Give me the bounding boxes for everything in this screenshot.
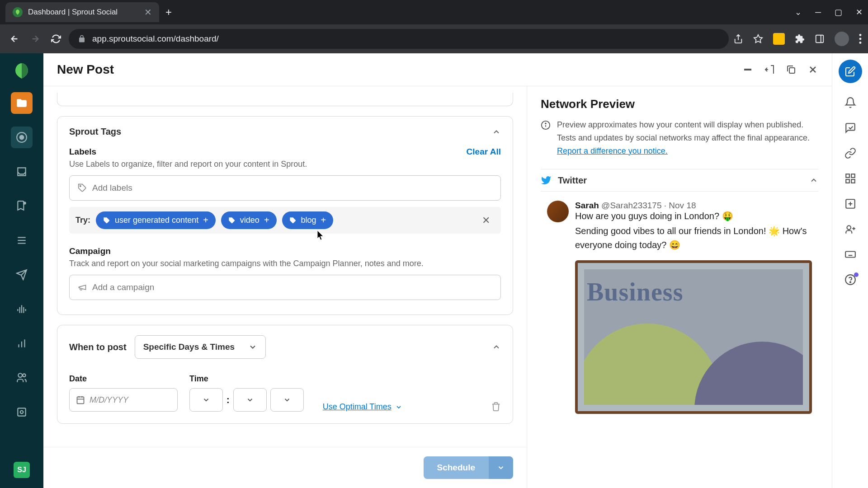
report-difference-link[interactable]: Report a difference you notice. [557, 146, 668, 155]
sprout-tags-card: Sprout Tags Labels Clear All Use Labels … [57, 116, 513, 315]
campaign-field-group: Campaign Track and report on your social… [69, 246, 501, 300]
link-icon[interactable] [844, 147, 856, 159]
nav-item-publishing[interactable] [11, 230, 33, 251]
tab-title: Dashboard | Sprout Social [28, 8, 118, 17]
left-nav-rail: SJ [0, 53, 43, 488]
suggestion-pill[interactable]: blog + [282, 211, 334, 229]
chevron-up-icon [492, 127, 501, 136]
nav-item-reports[interactable] [11, 333, 33, 354]
svg-point-27 [80, 186, 81, 187]
bookmark-icon[interactable] [753, 34, 763, 44]
minute-select[interactable] [233, 388, 267, 412]
network-header[interactable]: Twitter [541, 169, 818, 192]
extensions-menu-icon[interactable] [795, 34, 805, 44]
labels-text-input[interactable] [92, 183, 492, 193]
minimize-panel-icon[interactable] [742, 64, 753, 75]
ampm-select[interactable] [270, 388, 304, 412]
close-icon[interactable] [807, 64, 818, 75]
labels-field-group: Labels Clear All Use Labels to organize,… [69, 147, 501, 234]
preview-column: Network Preview Preview approximates how… [527, 86, 832, 488]
preview-title: Network Preview [541, 97, 818, 111]
tab-bar: Dashboard | Sprout Social ✕ + ⌄ ─ ▢ ✕ [0, 0, 868, 24]
campaign-text-input[interactable] [92, 282, 492, 292]
nav-item-listening[interactable] [11, 298, 33, 320]
delete-schedule-icon[interactable] [491, 402, 501, 412]
tag-icon [289, 217, 297, 224]
clear-all-link[interactable]: Clear All [467, 147, 501, 157]
extension-icon[interactable] [773, 33, 785, 45]
optimal-times-link[interactable]: Use Optimal Times [323, 402, 402, 412]
schedule-header[interactable]: When to post Specific Days & Times [57, 325, 513, 364]
content-split: Sprout Tags Labels Clear All Use Labels … [43, 86, 832, 488]
tab-close-icon[interactable]: ✕ [144, 7, 152, 18]
hour-select[interactable] [189, 388, 223, 412]
maximize-icon[interactable]: ▢ [835, 7, 842, 17]
nav-item-library[interactable] [11, 401, 33, 423]
schedule-type-select[interactable]: Specific Days & Times [135, 335, 266, 359]
campaign-input[interactable] [69, 275, 501, 300]
new-tab-button[interactable]: + [165, 6, 172, 19]
time-group: : [189, 388, 304, 412]
window-controls: ⌄ ─ ▢ ✕ [795, 7, 863, 17]
close-window-icon[interactable]: ✕ [856, 7, 863, 17]
nav-item-dashboard[interactable] [11, 92, 33, 114]
nav-item-send[interactable] [11, 264, 33, 286]
keyboard-icon[interactable] [844, 249, 856, 260]
dismiss-suggestions-icon[interactable]: ✕ [477, 213, 495, 228]
tabs-dropdown-icon[interactable]: ⌄ [795, 7, 802, 17]
info-icon [541, 120, 551, 130]
nav-item-feeds[interactable] [11, 195, 33, 217]
sprout-logo[interactable] [13, 61, 31, 80]
profile-avatar[interactable] [835, 32, 849, 46]
preview-info: Preview approximates how your content wi… [541, 118, 818, 157]
suggestions-row: Try: user generated content + video [69, 207, 501, 234]
reload-button[interactable] [48, 31, 64, 47]
help-icon[interactable] [844, 274, 856, 286]
kebab-menu-icon[interactable] [859, 34, 862, 44]
replies-icon[interactable] [844, 122, 856, 134]
plus-icon: + [203, 215, 208, 225]
expand-panel-icon[interactable] [764, 64, 775, 75]
labels-input[interactable] [69, 175, 501, 201]
favicon-icon [13, 7, 23, 17]
side-panel-icon[interactable] [815, 34, 825, 44]
try-label: Try: [75, 216, 90, 225]
form-scroll[interactable]: Sprout Tags Labels Clear All Use Labels … [43, 86, 527, 447]
notifications-icon[interactable] [844, 97, 856, 108]
url-field[interactable]: app.sproutsocial.com/dashboard/ [69, 29, 729, 49]
minimize-icon[interactable]: ─ [815, 8, 821, 17]
add-people-icon[interactable] [844, 223, 856, 235]
forward-button[interactable] [27, 31, 43, 47]
form-column: Sprout Tags Labels Clear All Use Labels … [43, 86, 527, 488]
svg-point-52 [849, 282, 850, 282]
chevron-up-icon [809, 176, 818, 185]
sprout-tags-header[interactable]: Sprout Tags [57, 117, 513, 147]
user-badge[interactable]: SJ [14, 462, 30, 478]
nav-item-inbox[interactable] [11, 161, 33, 183]
browser-tab[interactable]: Dashboard | Sprout Social ✕ [5, 2, 159, 22]
grid-icon[interactable] [844, 173, 856, 184]
tag-icon [78, 183, 87, 192]
svg-point-3 [859, 38, 862, 40]
footer-bar: Schedule [43, 447, 527, 488]
tweet-preview: Sarah @Sarah233175 · Nov 18 How are you … [541, 192, 818, 423]
twitter-icon [541, 175, 552, 186]
svg-rect-23 [745, 69, 751, 70]
compose-fab[interactable] [839, 60, 862, 83]
back-button[interactable] [6, 31, 23, 47]
nav-item-people[interactable] [11, 367, 33, 389]
nav-item-compose[interactable] [11, 127, 33, 148]
schedule-button[interactable]: Schedule [424, 456, 489, 479]
schedule-card: When to post Specific Days & Times [57, 325, 513, 424]
plus-icon: + [264, 215, 269, 225]
duplicate-icon[interactable] [786, 64, 797, 75]
date-input[interactable]: M/D/YYYY [69, 388, 178, 412]
suggestion-pill[interactable]: user generated content + [96, 211, 216, 229]
add-icon[interactable] [844, 198, 856, 210]
header-controls [742, 64, 818, 75]
schedule-dropdown-button[interactable] [489, 456, 513, 479]
tweet-line1: How are you guys doing in London? 🤑 [575, 211, 733, 221]
suggestion-pill[interactable]: video + [221, 211, 277, 229]
avatar [547, 201, 569, 222]
share-icon[interactable] [733, 34, 743, 44]
